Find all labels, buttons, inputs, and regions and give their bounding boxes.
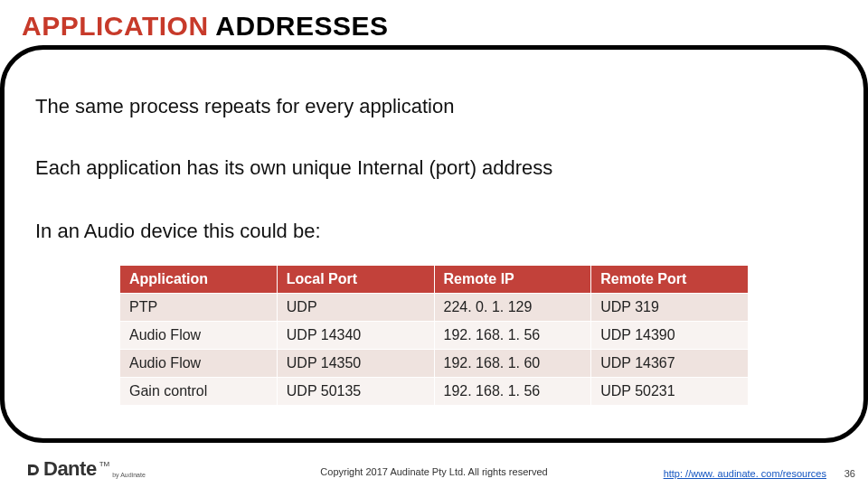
- title-rest: ADDRESSES: [209, 11, 389, 41]
- cell-remote-ip: 192. 168. 1. 60: [434, 350, 591, 378]
- cell-local-port: UDP 50135: [277, 378, 434, 406]
- slide-title: APPLICATION ADDRESSES: [22, 11, 389, 42]
- cell-remote-ip: 192. 168. 1. 56: [434, 378, 591, 406]
- content-panel: The same process repeats for every appli…: [0, 45, 868, 443]
- cell-remote-port: UDP 50231: [591, 378, 749, 406]
- cell-local-port: UDP 14350: [277, 350, 434, 378]
- body-paragraph-2: Each application has its own unique Inte…: [35, 156, 833, 180]
- resources-link[interactable]: http: //www. audinate. com/resources: [664, 468, 826, 479]
- cell-application: Audio Flow: [120, 350, 278, 378]
- th-local-port: Local Port: [277, 266, 434, 294]
- cell-application: Gain control: [120, 378, 278, 406]
- table-row: Gain control UDP 50135 192. 168. 1. 56 U…: [120, 378, 749, 406]
- body-paragraph-1: The same process repeats for every appli…: [35, 95, 833, 118]
- ports-table: Application Local Port Remote IP Remote …: [119, 265, 749, 406]
- table-row: PTP UDP 224. 0. 1. 129 UDP 319: [120, 294, 749, 322]
- table-header-row: Application Local Port Remote IP Remote …: [120, 266, 749, 294]
- cell-remote-port: UDP 14367: [591, 350, 749, 378]
- slide: APPLICATION ADDRESSES The same process r…: [0, 0, 868, 488]
- body-paragraph-3: In an Audio device this could be:: [35, 220, 833, 243]
- table-row: Audio Flow UDP 14350 192. 168. 1. 60 UDP…: [120, 350, 749, 378]
- cell-remote-ip: 224. 0. 1. 129: [434, 294, 591, 322]
- title-accent: APPLICATION: [22, 11, 209, 41]
- cell-local-port: UDP 14340: [277, 322, 434, 350]
- th-application: Application: [120, 266, 278, 294]
- cell-remote-port: UDP 14390: [591, 322, 749, 350]
- cell-remote-ip: 192. 168. 1. 56: [434, 322, 591, 350]
- cell-application: Audio Flow: [120, 322, 278, 350]
- page-number: 36: [844, 468, 855, 479]
- th-remote-port: Remote Port: [591, 266, 749, 294]
- cell-local-port: UDP: [277, 294, 434, 322]
- cell-remote-port: UDP 319: [591, 294, 749, 322]
- th-remote-ip: Remote IP: [434, 266, 591, 294]
- table-row: Audio Flow UDP 14340 192. 168. 1. 56 UDP…: [120, 322, 749, 350]
- cell-application: PTP: [120, 294, 278, 322]
